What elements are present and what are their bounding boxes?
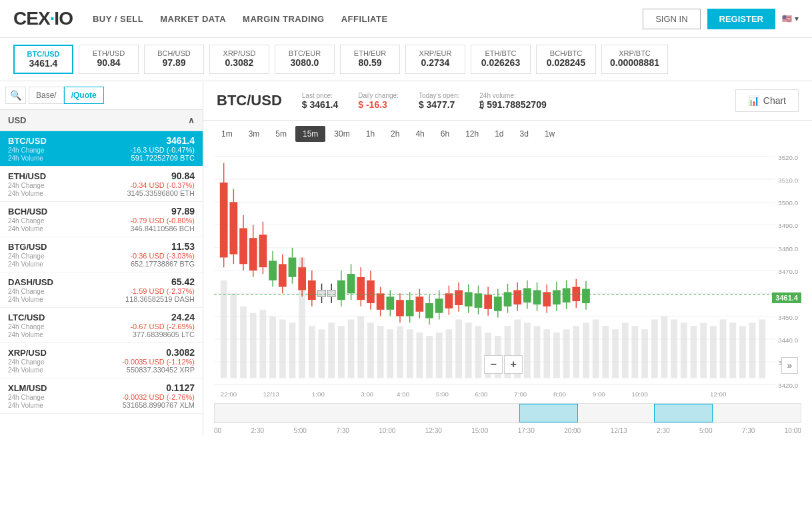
svg-text:1:00: 1:00 bbox=[312, 390, 325, 398]
timeframe-btn-15m[interactable]: 15m bbox=[295, 126, 325, 142]
currency-row-ETH-USD[interactable]: ETH/USD 90.84 24h Change -0.34 USD (-0.3… bbox=[0, 167, 203, 202]
scrollbar-handle-2[interactable] bbox=[654, 404, 713, 422]
vol-val: 550837.330452 XRP bbox=[127, 366, 195, 374]
svg-rect-72 bbox=[710, 326, 717, 378]
nav-buy-sell[interactable]: BUY / SELL bbox=[93, 14, 143, 24]
vol-label: 24h Volume bbox=[8, 225, 43, 233]
mini-time-7: 17:30 bbox=[518, 427, 535, 434]
timeframe-btn-1h[interactable]: 1h bbox=[359, 126, 382, 142]
svg-rect-70 bbox=[691, 326, 697, 378]
svg-rect-71 bbox=[700, 322, 707, 378]
header: CEX·IO BUY / SELL MARKET DATA MARGIN TRA… bbox=[0, 0, 812, 38]
svg-rect-46 bbox=[455, 320, 462, 378]
svg-rect-31 bbox=[309, 326, 315, 378]
change-label: 24h Change bbox=[8, 182, 45, 189]
scroll-right-button[interactable]: » bbox=[781, 357, 798, 374]
volume-value: ₿ 591.78852709 bbox=[479, 99, 546, 110]
zoom-out-button[interactable]: − bbox=[484, 355, 503, 374]
chart-scrollbar[interactable] bbox=[214, 403, 801, 423]
ticker-item-BCH-USD[interactable]: BCH/USD97.89 bbox=[144, 45, 204, 74]
quote-button[interactable]: /Quote bbox=[64, 87, 104, 104]
timeframe-btn-1w[interactable]: 1w bbox=[537, 126, 562, 142]
ticker-item-BTC-EUR[interactable]: BTC/EUR3080.0 bbox=[275, 45, 335, 74]
currency-row-BTG-USD[interactable]: BTG/USD 11.53 24h Change -0.36 USD (-3.0… bbox=[0, 237, 203, 272]
ticker-item-ETH-USD[interactable]: ETH/USD90.84 bbox=[79, 45, 139, 74]
timeframe-btn-1d[interactable]: 1d bbox=[487, 126, 511, 142]
pair-price: 3461.4 bbox=[166, 135, 195, 146]
timeframe-btn-2h[interactable]: 2h bbox=[383, 126, 407, 142]
svg-rect-164 bbox=[494, 296, 502, 311]
language-selector[interactable]: 🇺🇸 ▾ bbox=[782, 14, 799, 23]
svg-rect-38 bbox=[377, 326, 384, 378]
ticker-item-XRP-BTC[interactable]: XRP/BTC0.00008881 bbox=[601, 45, 668, 74]
pair-name: XLM/USD bbox=[8, 383, 47, 393]
change-label: 24h Change bbox=[8, 217, 45, 225]
svg-rect-176 bbox=[533, 290, 541, 304]
svg-rect-44 bbox=[436, 332, 443, 378]
timeframe-btn-12h[interactable]: 12h bbox=[458, 126, 486, 142]
svg-rect-122 bbox=[357, 277, 365, 300]
ticker-item-ETH-BTC[interactable]: ETH/BTC0.026263 bbox=[471, 45, 531, 74]
timeframe-btn-3d[interactable]: 3d bbox=[513, 126, 536, 142]
currency-row-LTC-USD[interactable]: LTC/USD 24.24 24h Change -0.67 USD (-2.6… bbox=[0, 308, 203, 343]
currency-group-header: USD ∧ bbox=[0, 110, 203, 131]
scrollbar-handle-1[interactable] bbox=[519, 404, 578, 422]
ticker-item-XRP-EUR[interactable]: XRP/EUR0.2734 bbox=[405, 45, 465, 74]
vol-label: 24h Volume bbox=[8, 190, 43, 197]
chevron-down-icon: ▾ bbox=[795, 14, 799, 23]
base-button[interactable]: Base/ bbox=[29, 87, 64, 104]
currency-list: BTC/USD 3461.4 24h Change -16.3 USD (-0.… bbox=[0, 131, 203, 414]
volume-label: 24h volume: bbox=[479, 92, 546, 99]
timeframe-btn-3m[interactable]: 3m bbox=[241, 126, 267, 142]
chart-button[interactable]: 📊 Chart bbox=[735, 89, 799, 112]
svg-rect-64 bbox=[631, 326, 638, 378]
mini-time-8: 20:00 bbox=[564, 427, 581, 434]
change-label: 24h Change bbox=[8, 358, 45, 366]
chart-btn-label: Chart bbox=[763, 95, 786, 106]
sidebar: 🔍 Base/ /Quote USD ∧ BTC/USD 3461.4 24h … bbox=[0, 81, 203, 436]
svg-rect-158 bbox=[475, 293, 483, 308]
timeframe-btn-5m[interactable]: 5m bbox=[268, 126, 294, 142]
currency-row-XLM-USD[interactable]: XLM/USD 0.1127 24h Change -0.0032 USD (-… bbox=[0, 378, 203, 414]
svg-text:8:00: 8:00 bbox=[553, 390, 567, 398]
ticker-item-BTC-USD[interactable]: BTC/USD3461.4 bbox=[13, 45, 73, 74]
last-price-block: Last price: $ 3461.4 bbox=[302, 92, 339, 110]
svg-text:12/13: 12/13 bbox=[263, 390, 279, 398]
currency-row-XRP-USD[interactable]: XRP/USD 0.3082 24h Change -0.0035 USD (-… bbox=[0, 343, 203, 378]
main-nav: BUY / SELL MARKET DATA MARGIN TRADING AF… bbox=[93, 14, 388, 24]
timeframe-btn-30m[interactable]: 30m bbox=[327, 126, 357, 142]
bar-chart-icon: 📊 bbox=[748, 95, 759, 106]
ticker-pair: XRP/EUR bbox=[414, 49, 457, 57]
svg-rect-92 bbox=[259, 235, 267, 267]
timeframe-btn-1m[interactable]: 1m bbox=[214, 126, 240, 142]
svg-rect-68 bbox=[671, 320, 677, 378]
nav-margin-trading[interactable]: MARGIN TRADING bbox=[243, 14, 325, 24]
pair-price: 11.53 bbox=[171, 241, 195, 252]
timeframe-btn-4h[interactable]: 4h bbox=[408, 126, 431, 142]
svg-rect-60 bbox=[593, 320, 599, 378]
currency-row-BTC-USD[interactable]: BTC/USD 3461.4 24h Change -16.3 USD (-0.… bbox=[0, 131, 203, 167]
change-val: -0.0032 USD (-2.76%) bbox=[122, 393, 195, 401]
signin-button[interactable]: SIGN IN bbox=[643, 9, 700, 29]
svg-rect-170 bbox=[513, 290, 521, 304]
search-icon[interactable]: 🔍 bbox=[5, 87, 26, 104]
ticker-item-ETH-EUR[interactable]: ETH/EUR80.59 bbox=[340, 45, 400, 74]
nav-market-data[interactable]: MARKET DATA bbox=[160, 14, 226, 24]
currency-row-BCH-USD[interactable]: BCH/USD 97.89 24h Change -0.79 USD (-0.8… bbox=[0, 202, 203, 237]
vol-val: 377.68398605 LTC bbox=[133, 330, 195, 338]
svg-rect-80 bbox=[220, 183, 228, 258]
change-val: -0.34 USD (-0.37%) bbox=[130, 181, 195, 189]
zoom-in-button[interactable]: + bbox=[504, 355, 523, 374]
search-bar: 🔍 Base/ /Quote bbox=[0, 81, 203, 110]
ticker-price: 3461.4 bbox=[23, 58, 64, 69]
ticker-item-BCH-BTC[interactable]: BCH/BTC0.028245 bbox=[536, 45, 596, 74]
timeframe-bar: 1m3m5m15m30m1h2h4h6h12h1d3d1w bbox=[203, 121, 812, 147]
nav-affiliate[interactable]: AFFILIATE bbox=[341, 14, 388, 24]
timeframe-btn-6h[interactable]: 6h bbox=[433, 126, 457, 142]
register-button[interactable]: REGISTER bbox=[707, 9, 775, 29]
svg-rect-75 bbox=[739, 326, 746, 378]
currency-row-DASH-USD[interactable]: DASH/USD 65.42 24h Change -1.59 USD (-2.… bbox=[0, 272, 203, 308]
svg-rect-77 bbox=[759, 320, 765, 378]
ticker-item-XRP-USD[interactable]: XRP/USD0.3082 bbox=[209, 45, 269, 74]
svg-rect-137 bbox=[406, 300, 414, 316]
